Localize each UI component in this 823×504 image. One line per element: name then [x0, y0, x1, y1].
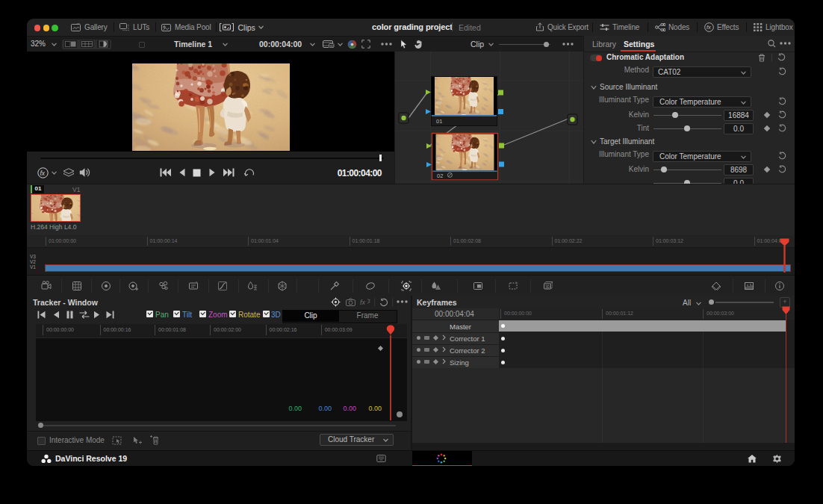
svg-text:02: 02 [437, 172, 443, 179]
svg-text:01: 01 [436, 118, 442, 125]
svg-text:fx: fx [40, 169, 45, 177]
svg-text:fx: fx [706, 24, 711, 31]
svg-text:fx: fx [360, 299, 366, 306]
svg-text:3D: 3D [545, 284, 550, 289]
svg-text:HD: HD [330, 45, 335, 48]
